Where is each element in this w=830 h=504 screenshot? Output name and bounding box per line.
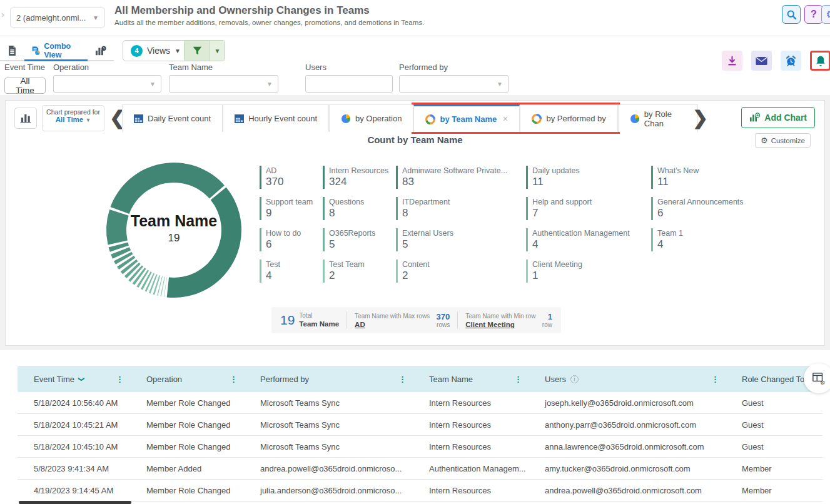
table-cell: Guest	[726, 420, 822, 430]
table-row[interactable]: 4/19/2023 9:14:45 AMMember Role Changedj…	[18, 480, 822, 501]
table-row[interactable]: 5/18/2024 10:45:10 AMMember Role Changed…	[18, 436, 822, 458]
event-time-button[interactable]: All Time	[4, 78, 46, 94]
close-icon[interactable]: ✕	[502, 115, 508, 123]
legend-item-value: 324	[329, 176, 391, 188]
chart-list-button[interactable]	[14, 108, 37, 129]
column-header-users[interactable]: Usersi⋮	[529, 366, 726, 392]
column-header-performed-by[interactable]: Performed by⋮	[244, 366, 413, 392]
table-row[interactable]: 5/18/2024 10:56:40 AMMember Role Changed…	[18, 392, 822, 414]
legend-item[interactable]: Daily updates11	[526, 166, 651, 189]
legend-item[interactable]: Help and support7	[526, 197, 651, 220]
legend-item[interactable]: External Users5	[396, 228, 526, 251]
donut-segment-adminware-software-private-[interactable]	[106, 209, 129, 244]
legend-item[interactable]: Support team9	[260, 197, 323, 220]
search-button[interactable]	[782, 5, 801, 24]
legend-item[interactable]: Content2	[396, 260, 526, 283]
legend-item-value: 11	[532, 176, 646, 188]
donut-segment-test[interactable]	[153, 275, 160, 295]
column-menu-icon[interactable]: ⋮	[230, 375, 238, 384]
legend-item[interactable]: What's New11	[651, 166, 770, 189]
table-cell: Microsoft Teams Sync	[244, 420, 413, 430]
help-button[interactable]: ?	[804, 5, 823, 24]
settings-button[interactable]: ⚙	[821, 5, 830, 24]
tab-table-view[interactable]	[0, 41, 24, 61]
team-name-select[interactable]: ▼	[169, 75, 278, 93]
column-menu-icon[interactable]: ⋮	[514, 375, 522, 384]
table-cell: Guest	[726, 398, 822, 408]
legend-item-name: Support team	[266, 198, 318, 206]
performed-by-select[interactable]: ▼	[399, 75, 509, 93]
chart-prepared-for-dropdown[interactable]: Chart prepared for All Time ▼	[42, 105, 104, 131]
filter-button[interactable]	[185, 41, 210, 61]
column-menu-icon[interactable]: ⋮	[711, 375, 719, 384]
table-row[interactable]: 5/18/2024 10:45:21 AMMember Role Changed…	[18, 414, 822, 436]
email-button[interactable]	[751, 51, 772, 71]
donut-segment-intern-resources[interactable]	[110, 163, 224, 214]
donut-segment-team-1[interactable]	[149, 275, 158, 294]
donut-chart[interactable]: Team Name 19	[102, 158, 246, 302]
legend-item[interactable]: Test Team2	[323, 260, 396, 283]
tab-combo-view[interactable]: Combo View	[24, 41, 88, 61]
summary-min-link[interactable]: Client Meeting	[465, 321, 535, 328]
legend-item[interactable]: General Announcements6	[651, 197, 770, 220]
sort-desc-icon[interactable]: ❯	[78, 376, 85, 381]
donut-segment-content[interactable]	[160, 276, 164, 296]
table-cell: Member	[726, 486, 822, 495]
operation-select[interactable]: ▼	[53, 75, 161, 93]
legend-item[interactable]: How to do6	[260, 228, 323, 251]
column-header-team-name[interactable]: Team Name⋮	[413, 366, 529, 392]
tenant-dropdown-value: 2 (admeight.onmi...	[16, 13, 86, 23]
chart-tab-hourly-event-count[interactable]: Hourly Event count	[223, 104, 329, 132]
table-row[interactable]: 5/8/2023 9:41:34 AMMember Addedandrea.po…	[18, 458, 822, 480]
chart-tab-label: by Team Name	[440, 114, 497, 124]
column-menu-icon[interactable]: ⋮	[398, 375, 407, 384]
chart-card: Chart prepared for All Time ▼ ❮ Daily Ev…	[5, 100, 825, 346]
legend-item[interactable]: Authentication Management4	[526, 228, 651, 251]
add-chart-button[interactable]: Add Chart	[741, 107, 815, 128]
legend-item-value: 4	[657, 238, 765, 251]
table-cell: Member	[726, 464, 822, 473]
views-dropdown-button[interactable]: 4 Views ▼	[123, 40, 189, 61]
legend-item[interactable]: ITDepartment8	[396, 197, 526, 220]
grid-chart-icon	[134, 114, 143, 123]
alerts-bell-button[interactable]	[810, 51, 830, 71]
carousel-right-chevron[interactable]: ❯	[692, 106, 708, 131]
chart-tab-by-performed-by[interactable]: by Performed by	[520, 104, 617, 132]
legend-item[interactable]: Intern Resources324	[323, 166, 396, 189]
legend-item[interactable]: O365Reports5	[323, 228, 396, 251]
legend-item-value: 4	[532, 238, 646, 251]
filter-options-caret[interactable]: ▼	[210, 41, 225, 61]
chart-tab-by-operation[interactable]: by Operation	[329, 104, 413, 132]
tenant-dropdown[interactable]: 2 (admeight.onmi... ▼	[10, 8, 105, 28]
column-header-operation[interactable]: Operation⋮	[130, 366, 244, 392]
bar-chart-icon	[20, 113, 31, 123]
chart-tab-by-team-name[interactable]: by Team Name✕	[413, 104, 520, 132]
column-settings-button[interactable]: ⚙	[804, 363, 830, 393]
chart-tab-by-role-chan[interactable]: by Role Chan	[618, 104, 698, 132]
users-input[interactable]	[305, 75, 393, 93]
legend-item[interactable]: Client Meeting1	[526, 260, 651, 283]
column-header-label: Event Time	[34, 375, 74, 384]
chart-tab-daily-event-count[interactable]: Daily Event count	[122, 104, 223, 132]
collapse-chevron-icon[interactable]: ›	[1, 9, 4, 19]
legend-item[interactable]: Adminware Software Private...83	[396, 166, 526, 189]
legend-item[interactable]: Test4	[260, 260, 323, 283]
table-cell: Member Role Changed	[130, 420, 244, 430]
search-icon	[786, 9, 797, 20]
table-cell: Intern Resources	[413, 420, 529, 430]
chart-prepared-value: All Time	[56, 116, 84, 123]
legend-item[interactable]: Team 14	[651, 228, 770, 251]
tab-chart-view[interactable]	[88, 41, 114, 61]
export-download-button[interactable]	[722, 51, 742, 71]
column-menu-icon[interactable]: ⋮	[116, 375, 124, 384]
legend-item[interactable]: Questions8	[323, 197, 396, 220]
chart-toolbar: Chart prepared for All Time ▼ ❮ Daily Ev…	[6, 104, 824, 133]
summary-max-link[interactable]: AD	[355, 321, 430, 328]
page-title: All Membership and Ownership Changes in …	[114, 4, 370, 17]
schedule-button[interactable]	[781, 51, 801, 71]
legend-item-name: ITDepartment	[402, 198, 521, 206]
horizontal-scrollbar-thumb[interactable]	[19, 501, 131, 504]
legend-item[interactable]: AD370	[260, 166, 323, 189]
column-header-event-time[interactable]: Event Time❯⋮	[18, 366, 130, 392]
donut-segment-ad[interactable]	[167, 188, 241, 298]
